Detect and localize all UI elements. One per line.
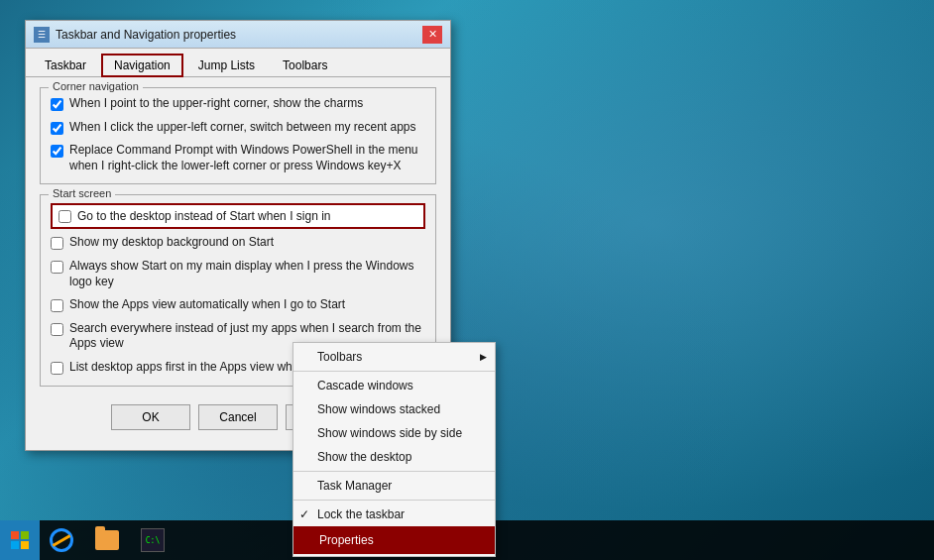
context-menu-item-side-by-side[interactable]: Show windows side by side <box>293 421 495 445</box>
upper-right-label[interactable]: When I point to the upper-right corner, … <box>69 96 363 112</box>
toolbars-label: Toolbars <box>317 350 362 364</box>
dialog-titlebar: ☰ Taskbar and Navigation properties ✕ <box>26 21 450 49</box>
context-menu-item-properties[interactable]: Properties <box>293 526 495 554</box>
context-menu-separator-1 <box>293 371 495 372</box>
search-everywhere-checkbox[interactable] <box>51 323 63 336</box>
windows-logo-icon <box>11 531 29 549</box>
start-button[interactable] <box>0 520 40 560</box>
upper-right-checkbox[interactable] <box>51 98 63 111</box>
tab-taskbar[interactable]: Taskbar <box>32 54 99 77</box>
upper-right-row: When I point to the upper-right corner, … <box>51 96 425 112</box>
file-explorer-icon <box>95 530 119 550</box>
lock-taskbar-check: ✓ <box>299 507 309 521</box>
go-desktop-row: Go to the desktop instead of Start when … <box>51 203 425 229</box>
upper-left-checkbox[interactable] <box>51 122 63 135</box>
show-bg-checkbox[interactable] <box>51 237 63 250</box>
always-show-label[interactable]: Always show Start on my main display whe… <box>69 259 425 289</box>
corner-navigation-group: Corner navigation When I point to the up… <box>40 87 436 184</box>
taskbar-ie-icon[interactable] <box>40 520 83 560</box>
upper-left-row: When I click the upper-left corner, swit… <box>51 120 425 136</box>
cancel-button[interactable]: Cancel <box>198 404 278 430</box>
properties-label: Properties <box>319 533 374 547</box>
replace-cmd-row: Replace Command Prompt with Windows Powe… <box>51 143 425 173</box>
context-menu-item-lock-taskbar[interactable]: ✓ Lock the taskbar <box>293 503 495 526</box>
context-menu-item-task-manager[interactable]: Task Manager <box>293 474 495 498</box>
stacked-label: Show windows stacked <box>317 402 440 416</box>
context-menu-item-cascade[interactable]: Cascade windows <box>293 374 495 397</box>
lock-taskbar-label: Lock the taskbar <box>317 507 405 521</box>
taskbar-cmd-icon[interactable]: C:\ <box>131 520 175 560</box>
context-menu-item-toolbars[interactable]: Toolbars <box>293 345 495 369</box>
go-desktop-label[interactable]: Go to the desktop instead of Start when … <box>77 209 331 223</box>
context-menu-separator-2 <box>293 471 495 472</box>
replace-cmd-checkbox[interactable] <box>51 145 63 158</box>
context-menu-item-show-desktop[interactable]: Show the desktop <box>293 445 495 469</box>
context-menu-separator-3 <box>293 500 495 501</box>
replace-cmd-label[interactable]: Replace Command Prompt with Windows Powe… <box>69 143 425 173</box>
show-bg-label[interactable]: Show my desktop background on Start <box>69 235 274 251</box>
apps-view-checkbox[interactable] <box>51 299 63 312</box>
start-screen-title: Start screen <box>49 187 115 199</box>
context-menu-item-stacked[interactable]: Show windows stacked <box>293 397 495 421</box>
close-button[interactable]: ✕ <box>422 26 442 44</box>
task-manager-label: Task Manager <box>317 479 392 493</box>
always-show-row: Always show Start on my main display whe… <box>51 259 425 289</box>
corner-navigation-title: Corner navigation <box>49 80 143 92</box>
upper-left-label[interactable]: When I click the upper-left corner, swit… <box>69 120 416 136</box>
apps-view-row: Show the Apps view automatically when I … <box>51 297 425 313</box>
list-desktop-checkbox[interactable] <box>51 362 63 375</box>
show-bg-row: Show my desktop background on Start <box>51 235 425 251</box>
tabs-bar: Taskbar Navigation Jump Lists Toolbars <box>26 49 450 77</box>
taskbar-folder-icon[interactable] <box>85 520 129 560</box>
dialog-title: Taskbar and Navigation properties <box>56 28 422 42</box>
command-prompt-icon: C:\ <box>141 528 165 552</box>
internet-explorer-icon <box>50 528 73 552</box>
go-desktop-checkbox[interactable] <box>58 210 71 223</box>
tab-navigation[interactable]: Navigation <box>101 54 183 77</box>
ok-button[interactable]: OK <box>111 404 190 430</box>
show-desktop-label: Show the desktop <box>317 450 411 464</box>
cascade-label: Cascade windows <box>317 379 413 392</box>
context-menu: Toolbars Cascade windows Show windows st… <box>292 342 496 557</box>
always-show-checkbox[interactable] <box>51 261 63 274</box>
dialog-icon: ☰ <box>34 27 50 43</box>
side-by-side-label: Show windows side by side <box>317 426 462 440</box>
tab-jump-lists[interactable]: Jump Lists <box>185 54 268 77</box>
taskbar-icons: C:\ <box>40 520 175 560</box>
apps-view-label[interactable]: Show the Apps view automatically when I … <box>69 297 345 313</box>
tab-toolbars[interactable]: Toolbars <box>270 54 340 77</box>
